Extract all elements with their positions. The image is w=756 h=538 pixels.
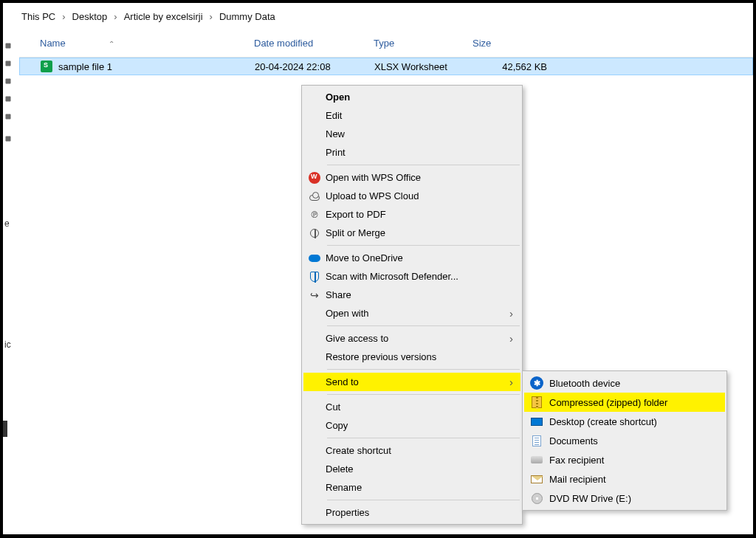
chevron-right-icon: › bbox=[509, 307, 513, 320]
menu-separator bbox=[327, 369, 520, 370]
chevron-right-icon: › bbox=[509, 332, 513, 345]
menu-cut[interactable]: Cut bbox=[303, 398, 520, 416]
wps-icon bbox=[309, 172, 320, 184]
chevron-right-icon: › bbox=[205, 11, 217, 22]
nav-item-pinned[interactable] bbox=[3, 109, 19, 127]
submenu-compressed-folder[interactable]: Compressed (zipped) folder bbox=[524, 393, 725, 412]
menu-separator bbox=[327, 165, 520, 165]
split-icon bbox=[309, 227, 320, 239]
menu-open[interactable]: Open bbox=[303, 88, 520, 106]
cloud-icon bbox=[309, 190, 320, 202]
nav-item-pinned[interactable] bbox=[3, 38, 19, 56]
menu-copy[interactable]: Copy bbox=[303, 416, 520, 435]
menu-open-wps[interactable]: Open with WPS Office bbox=[303, 168, 520, 187]
xlsx-file-icon bbox=[41, 61, 52, 72]
share-icon: ↪ bbox=[309, 289, 320, 301]
header-size[interactable]: Size bbox=[472, 38, 546, 49]
file-type: XLSX Worksheet bbox=[374, 61, 473, 72]
menu-onedrive[interactable]: Move to OneDrive bbox=[303, 249, 520, 267]
menu-properties[interactable]: Properties bbox=[303, 503, 520, 522]
menu-upload-wps[interactable]: Upload to WPS Cloud bbox=[303, 187, 520, 205]
breadcrumb[interactable]: This PC › Desktop › Article by excelsirj… bbox=[19, 3, 753, 30]
breadcrumb-item[interactable]: Desktop bbox=[70, 11, 110, 22]
context-menu: Open Edit New Print Open with WPS Office… bbox=[301, 85, 523, 525]
chevron-right-icon: › bbox=[509, 376, 513, 388]
file-row-selected[interactable]: sample file 1 20-04-2024 22:08 XLSX Work… bbox=[19, 58, 753, 75]
menu-delete[interactable]: Delete bbox=[303, 460, 520, 478]
submenu-desktop-shortcut[interactable]: Desktop (create shortcut) bbox=[524, 412, 725, 431]
zip-folder-icon bbox=[530, 396, 543, 409]
header-date[interactable]: Date modified bbox=[254, 38, 374, 49]
nav-item-pinned[interactable] bbox=[3, 74, 19, 92]
menu-split-merge[interactable]: Split or Merge bbox=[303, 224, 520, 242]
desktop-icon bbox=[530, 415, 543, 428]
submenu-bluetooth[interactable]: ✱Bluetooth device bbox=[524, 373, 725, 393]
column-headers: Name⌃ Date modified Type Size bbox=[19, 30, 753, 58]
breadcrumb-item[interactable]: This PC bbox=[19, 11, 58, 22]
mail-icon bbox=[530, 472, 543, 486]
file-name: sample file 1 bbox=[58, 61, 255, 72]
menu-new[interactable]: New bbox=[303, 125, 520, 143]
menu-separator bbox=[327, 438, 520, 438]
fax-icon bbox=[530, 453, 543, 466]
menu-restore[interactable]: Restore previous versions bbox=[303, 348, 520, 366]
menu-separator bbox=[327, 500, 520, 500]
header-type[interactable]: Type bbox=[374, 38, 472, 49]
bluetooth-icon: ✱ bbox=[530, 376, 543, 390]
menu-open-with[interactable]: Open with› bbox=[303, 304, 520, 323]
menu-shortcut[interactable]: Create shortcut bbox=[303, 441, 520, 460]
nav-item-fragment[interactable] bbox=[3, 421, 7, 437]
menu-separator bbox=[327, 245, 520, 246]
send-to-submenu: ✱Bluetooth device Compressed (zipped) fo… bbox=[522, 370, 727, 511]
nav-item-fragment[interactable]: ic bbox=[3, 337, 19, 354]
onedrive-icon bbox=[309, 252, 320, 264]
nav-item-pinned[interactable] bbox=[3, 92, 19, 109]
menu-give-access[interactable]: Give access to› bbox=[303, 329, 520, 348]
menu-send-to[interactable]: Send to› bbox=[303, 373, 520, 391]
file-size: 42,562 KB bbox=[473, 61, 547, 72]
file-date: 20-04-2024 22:08 bbox=[255, 61, 374, 72]
breadcrumb-item[interactable]: Article by excelsirji bbox=[122, 11, 205, 22]
documents-icon bbox=[530, 434, 543, 447]
menu-separator bbox=[327, 394, 520, 395]
menu-separator bbox=[327, 325, 520, 326]
sort-asc-icon: ⌃ bbox=[109, 40, 114, 48]
explorer-window: e ic This PC › Desktop › Article by exce… bbox=[3, 3, 753, 534]
menu-share[interactable]: ↪Share bbox=[303, 286, 520, 304]
chevron-right-icon: › bbox=[109, 11, 121, 22]
breadcrumb-item[interactable]: Dummy Data bbox=[217, 11, 278, 22]
submenu-mail[interactable]: Mail recipient bbox=[524, 469, 725, 489]
menu-rename[interactable]: Rename bbox=[303, 478, 520, 497]
menu-export-pdf[interactable]: ℗Export to PDF bbox=[303, 205, 520, 224]
chevron-right-icon: › bbox=[58, 11, 69, 22]
nav-pane-fragment: e ic bbox=[3, 38, 19, 525]
submenu-fax[interactable]: Fax recipient bbox=[524, 450, 725, 469]
nav-item-pinned[interactable] bbox=[3, 131, 19, 149]
submenu-documents[interactable]: Documents bbox=[524, 431, 725, 450]
nav-item-fragment[interactable]: e bbox=[3, 215, 19, 233]
menu-edit[interactable]: Edit bbox=[303, 106, 520, 125]
header-name[interactable]: Name⌃ bbox=[40, 38, 254, 49]
submenu-dvd-drive[interactable]: DVD RW Drive (E:) bbox=[524, 489, 725, 508]
menu-defender[interactable]: Scan with Microsoft Defender... bbox=[303, 267, 520, 286]
nav-item-pinned[interactable] bbox=[3, 56, 19, 74]
menu-print[interactable]: Print bbox=[303, 143, 520, 162]
disc-icon bbox=[530, 492, 543, 505]
pdf-icon: ℗ bbox=[309, 209, 320, 221]
shield-icon bbox=[309, 271, 320, 283]
